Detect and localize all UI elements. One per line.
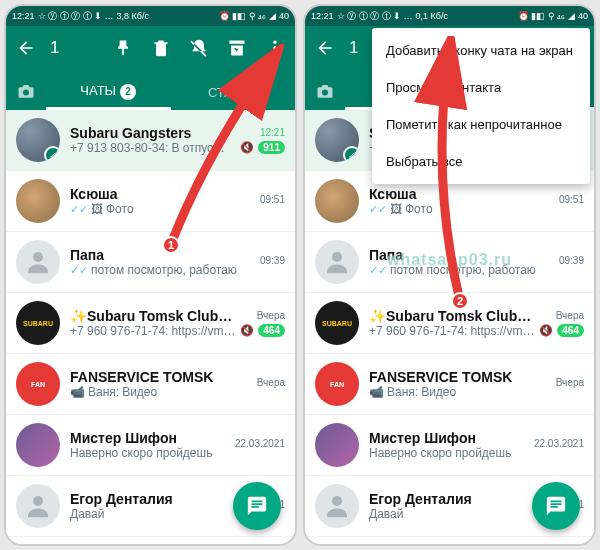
chat-row[interactable]: ✓Subaru Gangsters+7 913 803-80-34: В отп… [6,110,295,171]
context-menu: Добавить иконку чата на экран Просмотр к… [372,28,590,184]
avatar[interactable]: ✓ [315,118,359,162]
new-chat-fab[interactable] [532,482,580,530]
avatar[interactable] [16,240,60,284]
chat-time: Вчера [556,310,584,321]
chat-subtitle: +7 913 803-80-34: В отпус… [70,141,234,155]
back-icon[interactable] [16,38,36,58]
avatar[interactable] [16,484,60,528]
chat-title: Subaru Gangsters [70,125,234,141]
chat-title: Егор Денталия [369,491,528,507]
chat-row[interactable]: Мистер ШифонНаверно скоро пройдешь22.03.… [305,415,594,476]
unread-badge: 464 [557,324,584,337]
delete-icon[interactable] [151,38,171,58]
svg-point-0 [273,41,276,44]
chat-time: Вчера [556,377,584,388]
tabs: ЧАТЫ2 СТАТУС [6,70,295,110]
tab-chats[interactable]: ЧАТЫ2 [46,83,171,110]
avatar[interactable]: SUBARU [16,301,60,345]
chat-time: 09:39 [559,255,584,266]
avatar[interactable] [315,179,359,223]
avatar[interactable]: ✓ [16,118,60,162]
chat-subtitle: Давай [70,507,229,521]
chat-row[interactable]: Ксюша✓✓🖼Фото09:51 [6,171,295,232]
chat-title: Мистер Шифон [70,430,229,446]
image-icon: 🖼 [390,202,402,216]
chat-row[interactable]: Папа✓✓потом посмотрю, работаю09:39 [6,232,295,293]
chat-row[interactable]: FANFANSERVICE TOMSK📹Ваня: ВидеоВчера [6,354,295,415]
avatar[interactable]: FAN [315,362,359,406]
avatar[interactable] [315,484,359,528]
chat-time: Вчера [257,310,285,321]
chat-row[interactable]: Мистер ШифонНаверно скоро пройдешь22.03.… [6,415,295,476]
statusbar: 12:21☆ ⓨ ⓣ ⓨ ⓣ ⬇ …3,8 Кб/с ⏰ ▮◧ ⚲ ₄₆ ◢ 4… [6,6,295,26]
video-icon: 📹 [70,385,85,399]
chat-title: ✨Subaru Tomsk Club✨ [70,308,234,324]
svg-point-4 [33,496,43,506]
chat-time: 22.03.2021 [534,438,584,449]
phone-right: 12:21☆ ⓨ ⓣ ⓨ ⓣ ⬇ …0,1 Кб/с ⏰ ▮◧ ⚲ ₄₆ ◢ 4… [303,4,596,546]
chat-row[interactable]: Папа✓✓потом посмотрю, работаю09:39 [305,232,594,293]
avatar[interactable]: SUBARU [315,301,359,345]
avatar[interactable] [315,240,359,284]
svg-point-6 [332,252,342,262]
chat-subtitle: 📹Ваня: Видео [70,385,251,399]
chat-title: Папа [369,247,553,263]
chat-time: Вчера [257,377,285,388]
chat-title: ✨Subaru Tomsk Club✨ [369,308,533,324]
back-icon[interactable] [315,38,335,58]
chat-title: Ксюша [70,186,254,202]
avatar[interactable] [16,423,60,467]
chat-subtitle: Давай [369,507,528,521]
statusbar: 12:21☆ ⓨ ⓣ ⓨ ⓣ ⬇ …0,1 Кб/с ⏰ ▮◧ ⚲ ₄₆ ◢ 4… [305,6,594,26]
new-chat-fab[interactable] [233,482,281,530]
chat-subtitle: ✓✓потом посмотрю, работаю [70,263,254,277]
menu-select-all[interactable]: Выбрать все [372,143,590,180]
chat-subtitle: +7 960 976-71-74: https://vm… [70,324,234,338]
chat-subtitle: 📹Ваня: Видео [369,385,550,399]
chat-list: ✓Subaru Gangsters+7 913 803-80-34: В отп… [6,110,295,544]
chat-subtitle: ✓✓🖼Фото [70,202,254,216]
chat-subtitle: Наверно скоро пройдешь [369,446,528,460]
chat-row[interactable]: SUBARU✨Subaru Tomsk Club✨+7 960 976-71-7… [6,293,295,354]
chat-row[interactable]: SUBARU✨Subaru Tomsk Club✨+7 960 976-71-7… [305,293,594,354]
avatar[interactable]: FAN [16,362,60,406]
chat-title: Егор Денталия [70,491,229,507]
tab-status[interactable]: СТАТУС [171,85,296,110]
muted-icon: 🔇 [240,141,254,154]
archive-icon[interactable] [227,38,247,58]
chat-subtitle: ✓✓🖼Фото [369,202,553,216]
chat-subtitle: Наверно скоро пройдешь [70,446,229,460]
chat-title: FANSERVICE TOMSK [70,369,251,385]
muted-icon: 🔇 [240,324,254,337]
svg-point-2 [273,52,276,55]
svg-point-1 [273,46,276,49]
menu-mark-unread[interactable]: Пометить как непрочитанное [372,106,590,143]
unread-badge: 464 [258,324,285,337]
chat-title: Папа [70,247,254,263]
camera-tab[interactable] [305,82,345,110]
chat-subtitle: ✓✓потом посмотрю, работаю [369,263,553,277]
svg-point-7 [332,496,342,506]
selected-count: 1 [50,38,113,58]
chat-time: 22.03.2021 [235,438,285,449]
selection-toolbar: 1 [6,26,295,70]
chat-row[interactable]: FANFANSERVICE TOMSK📹Ваня: ВидеоВчера [305,354,594,415]
mute-icon[interactable] [189,38,209,58]
camera-tab[interactable] [6,82,46,110]
pin-icon[interactable] [113,38,133,58]
svg-point-3 [33,252,43,262]
chat-time: 12:21 [260,127,285,138]
unread-badge: 911 [258,141,285,154]
chat-title: Ксюша [369,186,553,202]
menu-view-contact[interactable]: Просмотр контакта [372,69,590,106]
more-icon[interactable] [265,38,285,58]
chat-subtitle: +7 960 976-71-74: https://vm… [369,324,533,338]
chat-time: 09:51 [260,194,285,205]
menu-add-shortcut[interactable]: Добавить иконку чата на экран [372,32,590,69]
avatar[interactable] [315,423,359,467]
avatar[interactable] [16,179,60,223]
step-badge-2: 2 [451,292,469,310]
chat-title: FANSERVICE TOMSK [369,369,550,385]
chat-time: 09:39 [260,255,285,266]
phone-left: 12:21☆ ⓨ ⓣ ⓨ ⓣ ⬇ …3,8 Кб/с ⏰ ▮◧ ⚲ ₄₆ ◢ 4… [4,4,297,546]
